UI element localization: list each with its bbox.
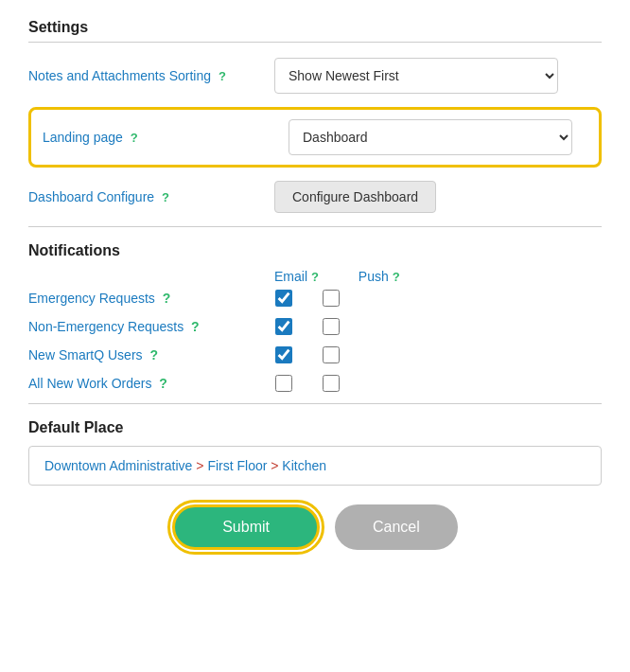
workorders-push-check-wrap — [322, 375, 341, 392]
all-work-orders-checks — [274, 375, 341, 392]
landing-page-select[interactable]: Dashboard Work Orders SmartQ — [289, 119, 572, 155]
default-place-path: Downtown Administrative > First Floor > … — [44, 458, 326, 473]
landing-page-label: Landing page ? — [43, 130, 289, 145]
submit-button[interactable]: Submit — [172, 504, 320, 550]
default-place-box: Downtown Administrative > First Floor > … — [28, 446, 602, 486]
dashboard-help-icon[interactable]: ? — [162, 190, 169, 204]
notes-sorting-select[interactable]: Show Newest First Show Oldest First — [274, 58, 558, 94]
landing-page-row: Landing page ? Dashboard Work Orders Sma… — [28, 107, 602, 168]
non-emergency-email-checkbox[interactable] — [275, 318, 292, 335]
default-place-divider — [28, 403, 602, 404]
workorders-help-icon[interactable]: ? — [159, 376, 167, 391]
landing-help-icon[interactable]: ? — [131, 131, 138, 145]
all-new-work-orders-row: All New Work Orders ? — [28, 375, 602, 392]
notes-sorting-label: Notes and Attachments Sorting ? — [28, 68, 274, 83]
emergency-help-icon[interactable]: ? — [163, 291, 171, 306]
place-sep2: > — [267, 458, 282, 473]
emergency-push-check-wrap — [322, 290, 341, 307]
configure-dashboard-button[interactable]: Configure Dashboard — [274, 181, 436, 213]
workorders-push-checkbox[interactable] — [323, 375, 340, 392]
default-place-title: Default Place — [28, 419, 602, 436]
place-sep1: > — [192, 458, 207, 473]
emergency-requests-label: Emergency Requests ? — [28, 291, 274, 306]
form-buttons: Submit Cancel — [28, 504, 602, 550]
emergency-push-checkbox[interactable] — [323, 290, 340, 307]
notifications-divider — [28, 226, 602, 227]
new-smartq-users-label: New SmartQ Users ? — [28, 347, 274, 363]
non-emergency-requests-row: Non-Emergency Requests ? — [28, 318, 602, 335]
new-smartq-users-row: New SmartQ Users ? — [28, 346, 602, 363]
place-part1[interactable]: Downtown Administrative — [44, 458, 192, 473]
workorders-email-checkbox[interactable] — [275, 375, 292, 392]
smartq-push-checkbox[interactable] — [323, 346, 340, 363]
non-emergency-email-check-wrap — [274, 318, 293, 335]
workorders-email-check-wrap — [274, 375, 293, 392]
notes-sorting-row: Notes and Attachments Sorting ? Show New… — [28, 58, 602, 94]
settings-title: Settings — [28, 19, 602, 36]
all-new-work-orders-label: All New Work Orders ? — [28, 376, 274, 391]
non-emergency-push-check-wrap — [322, 318, 341, 335]
emergency-email-checkbox[interactable] — [275, 290, 292, 307]
smartq-push-check-wrap — [322, 346, 341, 363]
dashboard-configure-control: Configure Dashboard — [274, 181, 602, 213]
dashboard-configure-label: Dashboard Configure ? — [28, 189, 274, 204]
place-part2[interactable]: First Floor — [207, 458, 267, 473]
non-emergency-push-checkbox[interactable] — [323, 318, 340, 335]
smartq-email-check-wrap — [274, 346, 293, 363]
email-help-icon[interactable]: ? — [311, 270, 319, 284]
smartq-email-checkbox[interactable] — [275, 346, 292, 363]
place-part3[interactable]: Kitchen — [282, 458, 326, 473]
new-smartq-checks — [274, 346, 341, 363]
notes-sorting-control: Show Newest First Show Oldest First — [274, 58, 602, 94]
notif-col-headers: Email ? Push ? — [274, 269, 602, 284]
emergency-email-check-wrap — [274, 290, 293, 307]
cancel-button[interactable]: Cancel — [335, 504, 458, 550]
emergency-checks — [274, 290, 341, 307]
notifications-title: Notifications — [28, 242, 602, 259]
settings-divider — [28, 42, 602, 43]
non-emergency-checks — [274, 318, 341, 335]
dashboard-configure-row: Dashboard Configure ? Configure Dashboar… — [28, 181, 602, 213]
push-help-icon[interactable]: ? — [393, 270, 400, 284]
non-emergency-requests-label: Non-Emergency Requests ? — [28, 319, 274, 334]
emergency-requests-row: Emergency Requests ? — [28, 290, 602, 307]
landing-page-control: Dashboard Work Orders SmartQ — [289, 119, 587, 155]
smartq-help-icon[interactable]: ? — [149, 347, 158, 363]
push-col-label: Push ? — [359, 269, 400, 284]
notes-help-icon[interactable]: ? — [219, 69, 226, 83]
email-col-label: Email ? — [274, 269, 319, 284]
non-emergency-help-icon[interactable]: ? — [191, 319, 200, 334]
